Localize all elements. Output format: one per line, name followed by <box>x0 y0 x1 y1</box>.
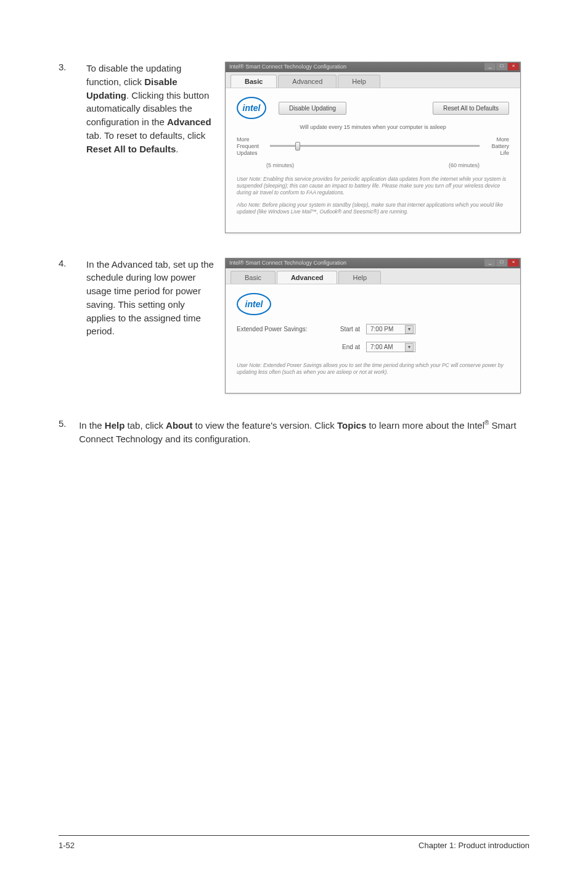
update-interval-text: Will update every 15 minutes when your c… <box>237 124 509 130</box>
start-at-label: Start at <box>323 326 360 332</box>
slider-label-left: More Frequent Updates <box>237 136 266 156</box>
step-number: 5. <box>59 418 79 447</box>
step-number: 3. <box>59 62 86 233</box>
start-time-select[interactable]: 7:00 PM ▾ <box>366 324 415 334</box>
reset-defaults-button[interactable]: Reset All to Defaults <box>433 102 509 115</box>
user-note-1: User Note: Enabling this service provide… <box>237 176 509 196</box>
tab-help[interactable]: Help <box>338 271 381 284</box>
slider-max-label: (60 minutes) <box>449 162 480 168</box>
minimize-icon[interactable]: _ <box>484 63 496 70</box>
slider-min-label: (5 minutes) <box>266 162 294 168</box>
tab-help[interactable]: Help <box>338 75 380 88</box>
disable-updating-button[interactable]: Disable Updating <box>279 102 346 115</box>
page-number: 1-52 <box>59 841 75 850</box>
step5-text: In the Help tab, click About to view the… <box>79 418 529 447</box>
close-icon[interactable]: × <box>508 63 519 70</box>
intel-logo-icon: intel <box>237 97 266 119</box>
step4-text: In the Advanced tab, set up the schedule… <box>86 258 225 394</box>
close-icon[interactable]: × <box>508 259 519 266</box>
maximize-icon[interactable]: □ <box>496 63 507 70</box>
step-number: 4. <box>59 258 86 394</box>
chevron-down-icon: ▾ <box>405 325 414 334</box>
tab-advanced[interactable]: Advanced <box>277 271 338 284</box>
user-note: User Note: Extended Power Savings allows… <box>237 362 509 376</box>
intel-logo-icon: intel <box>237 293 271 315</box>
end-time-select[interactable]: 7:00 AM ▾ <box>366 342 415 352</box>
tab-basic[interactable]: Basic <box>231 271 276 284</box>
maximize-icon[interactable]: □ <box>496 259 507 266</box>
user-note-2: Also Note: Before placing your system in… <box>237 202 509 215</box>
slider-label-right: More Battery Life <box>483 136 509 156</box>
tab-basic[interactable]: Basic <box>231 75 277 88</box>
extended-savings-label: Extended Power Savings: <box>237 326 323 332</box>
screenshot-basic: Intel® Smart Connect Technology Configur… <box>225 62 521 233</box>
window-title: Intel® Smart Connect Technology Configur… <box>229 260 346 266</box>
window-title: Intel® Smart Connect Technology Configur… <box>229 64 346 70</box>
update-interval-slider[interactable] <box>270 141 480 152</box>
step3-text: To disable the updating function, click … <box>86 62 225 233</box>
chevron-down-icon: ▾ <box>405 343 414 352</box>
chapter-title: Chapter 1: Product introduction <box>419 841 529 850</box>
tab-advanced[interactable]: Advanced <box>278 75 337 88</box>
minimize-icon[interactable]: _ <box>484 259 496 266</box>
screenshot-advanced: Intel® Smart Connect Technology Configur… <box>225 258 521 394</box>
end-at-label: End at <box>323 344 360 350</box>
